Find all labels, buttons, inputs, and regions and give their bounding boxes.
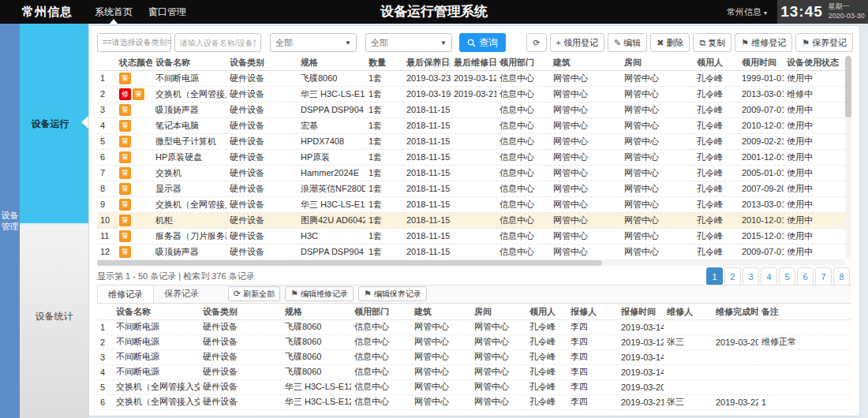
cell-note	[758, 319, 851, 334]
refresh-button[interactable]: ⟳	[526, 33, 546, 52]
column-header: 建筑	[411, 305, 471, 319]
device-category-select[interactable]: ==请选择设备类别== ▼	[97, 33, 171, 52]
column-header: 设备类别	[226, 56, 297, 70]
chevron-down-icon: ▾	[764, 9, 767, 17]
cell-note	[758, 349, 851, 364]
device-row[interactable]: 6警HP原装硬盘硬件设备HP原装1套2018-11-15信息中心网管中心网管中心…	[97, 149, 845, 165]
page-button[interactable]: 3	[743, 267, 759, 286]
cell-name: 显示器	[152, 181, 226, 196]
device-row[interactable]: 1警不间断电源硬件设备飞碟80601套2019-03-232019-03-12信…	[97, 70, 845, 86]
device-row[interactable]: 10警机柜硬件设备图腾42U AD60421套2018-11-15信息中心网管中…	[97, 212, 845, 228]
device-table: 状态颜色设备名称设备类别规格数量最后保养日期最后维修日期领用部门建筑房间领用人领…	[97, 56, 845, 260]
edit-repair-record-button[interactable]: ⚑编辑维修记录	[285, 286, 354, 301]
top-header: 常州信息 系统首页 窗口管理 设备运行管理系统 常州信息▾ 13:45 星期一 …	[0, 0, 868, 24]
cell-use_time: 2013-03-01	[739, 86, 784, 102]
cell-last_repair	[451, 212, 496, 228]
cell-spec: 飞碟8060	[282, 319, 351, 334]
device-row[interactable]: 11警服务器（刀片服务器）硬件设备H3C1套2018-11-15信息中心网管中心…	[97, 228, 845, 244]
repair-record-row[interactable]: 1不间断电源硬件设备飞碟8060信息中心网管中心网管中心孔令峰李四2019-03…	[97, 319, 851, 334]
page-button[interactable]: 1	[706, 267, 723, 286]
tag-icon: ⚑	[364, 289, 372, 299]
sidebar-item-device-run[interactable]: 设备运行	[20, 24, 88, 223]
records-toolbar: ⟳刷新全部 ⚑编辑维修记录 ⚑编辑保养记录	[228, 286, 427, 301]
cell-last_repair	[451, 181, 496, 196]
user-menu[interactable]: 常州信息▾	[727, 0, 767, 24]
cell-dept: 信息中心	[351, 379, 411, 394]
cell-building: 网管中心	[411, 334, 471, 349]
cell-spec: 华三 H3C-LS-E126B	[297, 196, 365, 212]
cell-reporter: 李四	[567, 334, 618, 349]
device-row[interactable]: 2修警交换机（全网管接入交换...硬件设备华三 H3C-LS-E126B1套20…	[97, 86, 845, 102]
device-row[interactable]: 7警交换机硬件设备Hammer2024E1套2018-11-15信息中心网管中心…	[97, 165, 845, 181]
repair-record-row[interactable]: 3不间断电源硬件设备飞碟8060信息中心网管中心网管中心孔令峰李四2019-03…	[97, 349, 851, 364]
cell-type: 硬件设备	[226, 102, 297, 118]
register-use-button[interactable]: +领用登记	[550, 33, 604, 52]
cell-status: 使用中	[784, 181, 845, 196]
edit-maintain-record-button[interactable]: ⚑编辑保养记录	[358, 286, 427, 301]
edit-button[interactable]: ✎编辑	[608, 33, 647, 52]
repair-record-row[interactable]: 2不间断电源硬件设备飞碟8060信息中心网管中心网管中心孔令峰李四2019-03…	[97, 334, 851, 349]
cell-spec: 飞碟8060	[282, 349, 351, 364]
cell-room: 网管中心	[621, 118, 694, 133]
page-button[interactable]: 6	[797, 267, 814, 286]
repair-records-table: 设备名称设备类别规格领用部门建筑房间领用人报修人报修时间维修人维修完成时间备注 …	[97, 305, 851, 410]
column-header: 规格	[282, 305, 351, 319]
cell-reporter: 李四	[567, 379, 618, 394]
cell-room: 网管中心	[621, 149, 694, 165]
cell-room: 网管中心	[621, 244, 694, 259]
cell-note	[758, 379, 851, 394]
device-row[interactable]: 5警微型电子计算机硬件设备HPDX74081套2018-11-15信息中心网管中…	[97, 133, 845, 149]
maintain-register-button[interactable]: ⚑保养登记	[795, 33, 853, 52]
device-keyword-input[interactable]	[174, 33, 261, 52]
repair-record-row[interactable]: 4不间断电源硬件设备飞碟8060信息中心网管中心网管中心孔令峰李四2019-03…	[97, 364, 851, 379]
cell-badges: 警	[116, 102, 152, 118]
device-row[interactable]: 12警吸顶扬声器硬件设备DSPPA DSP9041套2018-11-15信息中心…	[97, 244, 845, 259]
nav-item-home[interactable]: 系统首页	[95, 0, 133, 24]
device-row[interactable]: 4警笔记本电脑硬件设备宏基1套2018-11-15信息中心网管中心网管中心孔令峰…	[97, 118, 845, 133]
main-nav: 系统首页 窗口管理	[95, 0, 186, 24]
device-row[interactable]: 9警交换机（全网管接入交换...硬件设备华三 H3C-LS-E126B1套201…	[97, 196, 845, 212]
sidebar-item-device-stats[interactable]: 设备统计	[20, 225, 88, 418]
cell-building: 网管中心	[550, 118, 621, 133]
cell-type: 硬件设备	[226, 70, 297, 86]
tab-maintain-records[interactable]: 保养记录	[154, 285, 209, 303]
chevron-down-icon: ▼	[345, 39, 351, 47]
vertical-scrollbar-thumb[interactable]	[845, 56, 851, 118]
repair-record-row[interactable]: 6交换机（全网管接入交换...硬件设备华三 H3C-LS-E126B信息中心网管…	[97, 394, 851, 409]
nav-item-windows[interactable]: 窗口管理	[148, 0, 186, 24]
device-row[interactable]: 8警显示器硬件设备浪潮英信NF280D1套2018-11-15信息中心网管中心网…	[97, 181, 845, 196]
refresh-icon: ⟳	[533, 38, 540, 48]
cell-user: 孔令峰	[526, 364, 567, 379]
cell-use_time: 2005-01-01	[739, 165, 784, 181]
copy-button[interactable]: ⧉复制	[693, 33, 731, 52]
cell-user: 孔令峰	[526, 394, 567, 409]
repair-register-button[interactable]: ⚑维修登记	[735, 33, 792, 52]
filter-select-1[interactable]: 全部 ▼	[270, 33, 357, 52]
cell-type: 硬件设备	[226, 86, 297, 102]
column-header: 领用人	[694, 56, 739, 70]
delete-button[interactable]: ✖删除	[650, 33, 690, 52]
page-button[interactable]: 8	[833, 267, 850, 286]
horizontal-scrollbar-thumb[interactable]	[97, 260, 602, 266]
cell-idx: 3	[97, 349, 113, 364]
search-button[interactable]: 查询	[459, 33, 506, 52]
repair-record-row[interactable]: 5交换机（全网管接入交换...硬件设备华三 H3C-LS-E126B信息中心网管…	[97, 379, 851, 394]
filter-select-2[interactable]: 全部 ▼	[365, 33, 452, 52]
cell-type: 硬件设备	[200, 379, 282, 394]
page-button[interactable]: 4	[761, 267, 777, 286]
cell-idx: 6	[97, 394, 113, 409]
column-header	[97, 305, 113, 319]
tab-repair-records[interactable]: 维修记录	[97, 285, 154, 303]
refresh-all-button[interactable]: ⟳刷新全部	[228, 286, 280, 301]
cell-last_maintain: 2018-11-15	[403, 212, 451, 228]
status-badge-warn: 警	[119, 246, 131, 258]
cell-spec: 飞碟8060	[297, 70, 365, 86]
device-row[interactable]: 3警吸顶扬声器硬件设备DSPPA DSP9041套2018-11-15信息中心网…	[97, 102, 845, 118]
cell-last_maintain: 2018-11-15	[403, 102, 451, 118]
page-button[interactable]: 5	[779, 267, 795, 286]
cell-dept: 信息中心	[496, 244, 550, 259]
records-tabs-bar: 维修记录 保养记录 ⟳刷新全部 ⚑编辑维修记录 ⚑编辑保养记录	[97, 286, 851, 304]
page-button[interactable]: 7	[815, 267, 832, 286]
status-badge-warn: 警	[119, 183, 131, 195]
page-button[interactable]: 2	[724, 267, 741, 286]
